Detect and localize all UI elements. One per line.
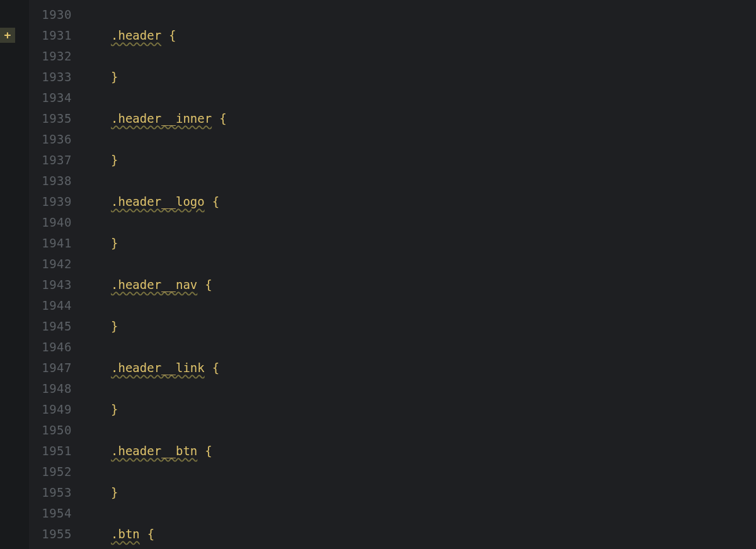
code-line[interactable]: }	[86, 66, 756, 87]
line-number[interactable]: 1949	[29, 399, 86, 419]
css-selector: .header__link	[111, 361, 205, 375]
line-number[interactable]: 1954	[29, 502, 86, 523]
code-content[interactable]: .header{}.header__inner{}.header__logo{}…	[86, 0, 756, 549]
code-line[interactable]: }	[86, 149, 756, 170]
line-number[interactable]: 1951	[29, 440, 86, 461]
line-number[interactable]: 1930	[29, 4, 86, 25]
line-number[interactable]: 1942	[29, 253, 86, 274]
code-line[interactable]: .header__inner{	[86, 108, 756, 128]
code-line[interactable]	[86, 212, 756, 232]
code-line[interactable]	[86, 45, 756, 66]
brace-close: }	[111, 70, 118, 84]
line-number[interactable]: 1938	[29, 170, 86, 191]
code-line[interactable]	[86, 544, 756, 549]
line-number[interactable]: 1931	[29, 25, 86, 45]
code-line[interactable]: .header__logo{	[86, 191, 756, 212]
code-line[interactable]	[86, 336, 756, 357]
plus-icon: +	[4, 30, 11, 41]
css-selector: .header__inner	[111, 111, 212, 125]
css-selector: .header__btn	[111, 444, 197, 458]
brace-open: {	[205, 278, 212, 291]
line-number[interactable]: 1933	[29, 66, 86, 87]
code-line[interactable]	[86, 295, 756, 315]
line-number[interactable]: 1943	[29, 274, 86, 295]
code-line[interactable]: .header{	[86, 25, 756, 45]
brace-close: }	[111, 236, 118, 250]
brace-open: {	[147, 527, 154, 541]
line-number[interactable]: 1955	[29, 523, 86, 544]
code-line[interactable]: .header__btn{	[86, 440, 756, 461]
code-line[interactable]	[86, 87, 756, 108]
code-line[interactable]: }	[86, 399, 756, 419]
code-line[interactable]	[86, 502, 756, 523]
line-number[interactable]: 1934	[29, 87, 86, 108]
code-line[interactable]: .header__link{	[86, 357, 756, 378]
line-number[interactable]: 1937	[29, 149, 86, 170]
css-selector: .header__logo	[111, 195, 205, 208]
line-number-gutter[interactable]: 1930193119321933193419351936193719381939…	[29, 0, 86, 549]
code-line[interactable]: }	[86, 315, 756, 336]
code-line[interactable]	[86, 128, 756, 149]
line-number[interactable]: 1945	[29, 315, 86, 336]
line-number[interactable]: 1953	[29, 482, 86, 502]
code-line[interactable]	[86, 170, 756, 191]
code-line[interactable]	[86, 253, 756, 274]
brace-open: {	[219, 111, 226, 125]
line-number[interactable]: 1947	[29, 357, 86, 378]
line-number[interactable]: 1952	[29, 461, 86, 482]
brace-open: {	[212, 361, 219, 375]
css-selector: .btn	[111, 527, 140, 541]
css-selector: .header__nav	[111, 278, 197, 291]
code-line[interactable]	[86, 461, 756, 482]
brace-close: }	[111, 153, 118, 167]
brace-close: }	[111, 402, 118, 416]
brace-open: {	[169, 28, 176, 42]
code-line[interactable]: }	[86, 482, 756, 502]
brace-open: {	[212, 195, 219, 208]
code-line[interactable]: .btn{	[86, 523, 756, 544]
line-number[interactable]: 1935	[29, 108, 86, 128]
code-line[interactable]	[86, 378, 756, 399]
line-number[interactable]: 1936	[29, 128, 86, 149]
line-number[interactable]: 1940	[29, 212, 86, 232]
brace-open: {	[205, 444, 212, 458]
brace-close: }	[111, 319, 118, 333]
code-editor[interactable]: + 19301931193219331934193519361937193819…	[0, 0, 756, 549]
line-number[interactable]: 1948	[29, 378, 86, 399]
line-number[interactable]: 1939	[29, 191, 86, 212]
code-line[interactable]: .header__nav{	[86, 274, 756, 295]
css-selector: .header	[111, 28, 161, 42]
code-line[interactable]	[86, 4, 756, 25]
editor-left-margin: +	[0, 0, 29, 549]
brace-close: }	[111, 485, 118, 499]
line-number[interactable]: 1956	[29, 544, 86, 549]
line-number[interactable]: 1946	[29, 336, 86, 357]
line-number[interactable]: 1941	[29, 232, 86, 253]
line-number[interactable]: 1944	[29, 295, 86, 315]
code-line[interactable]	[86, 419, 756, 440]
line-number[interactable]: 1932	[29, 45, 86, 66]
code-line[interactable]: }	[86, 232, 756, 253]
change-marker-add[interactable]: +	[0, 28, 15, 43]
line-number[interactable]: 1950	[29, 419, 86, 440]
